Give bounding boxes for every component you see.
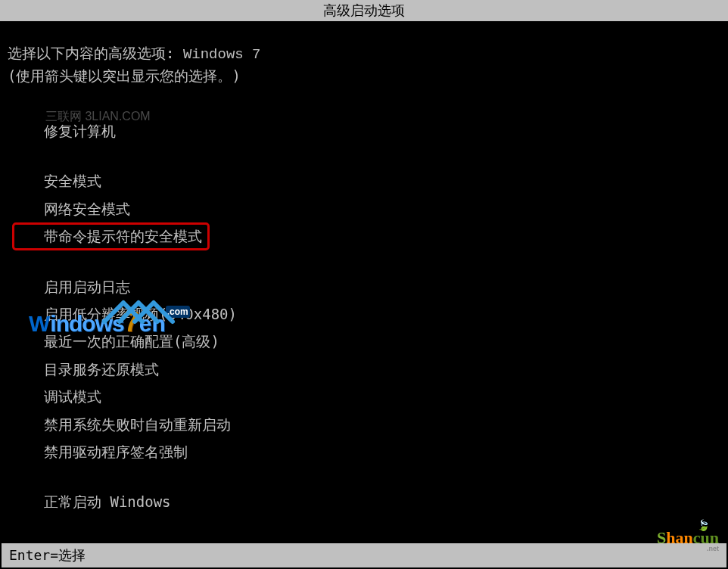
bottom-bar: Enter=选择 <box>2 543 726 567</box>
boot-option[interactable]: 启用启动日志 <box>44 273 720 300</box>
option-gap <box>44 250 720 273</box>
boot-option[interactable]: 最近一次的正确配置(高级) <box>44 328 720 355</box>
boot-option[interactable]: 安全模式 <box>44 167 720 194</box>
boot-option[interactable]: 目录服务还原模式 <box>44 356 720 383</box>
title-text: 高级启动选项 <box>323 2 405 18</box>
boot-option[interactable]: 禁用驱动程序签名强制 <box>44 438 720 465</box>
enter-hint: Enter=选择 <box>9 547 86 563</box>
logo-han: han <box>666 528 692 547</box>
option-gap <box>44 145 720 167</box>
option-gap <box>44 465 720 488</box>
boot-option[interactable]: 禁用系统失败时自动重新启动 <box>44 411 720 438</box>
boot-option[interactable]: 启用低分辨率视频(640x480) <box>44 300 720 328</box>
prompt-prefix: 选择以下内容的高级选项: <box>8 45 183 61</box>
content-area: 选择以下内容的高级选项: Windows 7 (使用箭头键以突出显示您的选择。)… <box>0 21 728 569</box>
hint-line: (使用箭头键以突出显示您的选择。) <box>8 67 720 86</box>
prompt-line: 选择以下内容的高级选项: Windows 7 <box>8 44 720 64</box>
boot-option[interactable]: 网络安全模式 <box>44 195 720 222</box>
watermark-shancun-logo: 🍃 Shancun .net <box>657 528 719 552</box>
title-bar: 高级启动选项 <box>0 0 728 21</box>
logo-s: S <box>657 528 666 547</box>
leaf-icon: 🍃 <box>697 519 710 532</box>
os-name: Windows 7 <box>183 46 261 63</box>
boot-option[interactable]: 调试模式 <box>44 383 720 410</box>
boot-option[interactable]: 正常启动 Windows <box>44 488 720 515</box>
boot-option[interactable]: 带命令提示符的安全模式 <box>8 222 207 250</box>
boot-options-list: 修复计算机安全模式网络安全模式带命令提示符的安全模式启用启动日志启用低分辨率视频… <box>44 117 720 516</box>
